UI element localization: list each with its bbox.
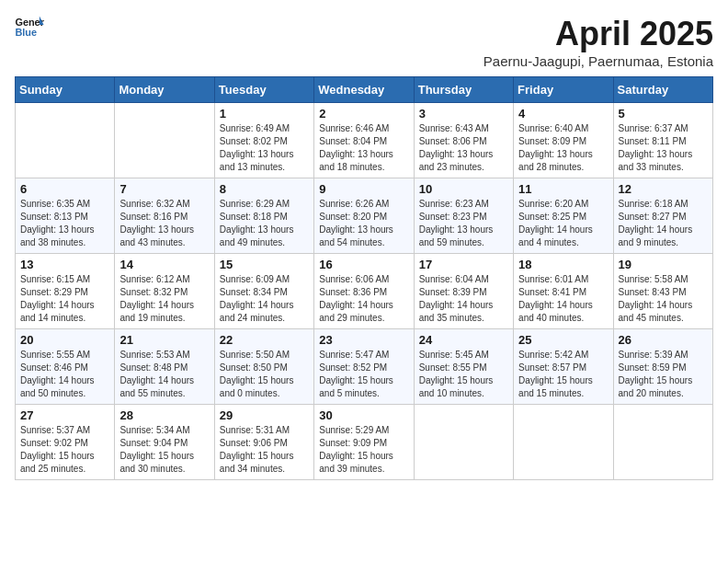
weekday-header: Wednesday bbox=[314, 77, 414, 103]
day-number: 30 bbox=[319, 408, 408, 422]
calendar-cell: 21Sunrise: 5:53 AMSunset: 8:48 PMDayligh… bbox=[115, 329, 214, 405]
calendar-cell: 16Sunrise: 6:06 AMSunset: 8:36 PMDayligh… bbox=[314, 254, 414, 329]
day-number: 12 bbox=[619, 182, 708, 196]
day-info: Sunrise: 6:29 AMSunset: 8:18 PMDaylight:… bbox=[220, 198, 309, 249]
calendar-cell: 14Sunrise: 6:12 AMSunset: 8:32 PMDayligh… bbox=[115, 254, 214, 329]
calendar-cell: 5Sunrise: 6:37 AMSunset: 8:11 PMDaylight… bbox=[613, 103, 712, 178]
calendar-cell bbox=[613, 405, 712, 480]
day-number: 9 bbox=[319, 182, 408, 196]
svg-text:Blue: Blue bbox=[15, 27, 37, 38]
day-number: 21 bbox=[119, 333, 209, 347]
calendar-cell: 26Sunrise: 5:39 AMSunset: 8:59 PMDayligh… bbox=[613, 329, 712, 405]
weekday-header: Monday bbox=[115, 77, 214, 103]
day-info: Sunrise: 6:12 AMSunset: 8:32 PMDaylight:… bbox=[119, 273, 209, 325]
day-info: Sunrise: 6:04 AMSunset: 8:39 PMDaylight:… bbox=[419, 273, 508, 325]
day-number: 3 bbox=[419, 107, 508, 121]
day-number: 11 bbox=[518, 182, 608, 196]
calendar-week-row: 6Sunrise: 6:35 AMSunset: 8:13 PMDaylight… bbox=[16, 178, 713, 254]
day-info: Sunrise: 6:49 AMSunset: 8:02 PMDaylight:… bbox=[220, 122, 309, 174]
day-number: 14 bbox=[119, 258, 209, 271]
calendar-week-row: 13Sunrise: 6:15 AMSunset: 8:29 PMDayligh… bbox=[16, 254, 713, 329]
day-number: 4 bbox=[518, 107, 608, 121]
day-number: 24 bbox=[419, 333, 508, 347]
day-info: Sunrise: 6:01 AMSunset: 8:41 PMDaylight:… bbox=[518, 273, 608, 325]
calendar-cell: 24Sunrise: 5:45 AMSunset: 8:55 PMDayligh… bbox=[414, 329, 513, 405]
logo: General Blue bbox=[15, 15, 44, 40]
calendar-cell bbox=[115, 103, 214, 178]
calendar-cell: 13Sunrise: 6:15 AMSunset: 8:29 PMDayligh… bbox=[16, 254, 115, 329]
calendar-cell: 17Sunrise: 6:04 AMSunset: 8:39 PMDayligh… bbox=[414, 254, 513, 329]
weekday-header-row: SundayMondayTuesdayWednesdayThursdayFrid… bbox=[16, 77, 713, 103]
day-number: 26 bbox=[619, 333, 708, 347]
calendar-cell: 22Sunrise: 5:50 AMSunset: 8:50 PMDayligh… bbox=[214, 329, 313, 405]
day-info: Sunrise: 5:53 AMSunset: 8:48 PMDaylight:… bbox=[119, 349, 209, 400]
day-info: Sunrise: 5:47 AMSunset: 8:52 PMDaylight:… bbox=[319, 349, 408, 400]
day-number: 23 bbox=[319, 333, 408, 347]
day-number: 18 bbox=[518, 258, 608, 271]
calendar-subtitle: Paernu-Jaagupi, Paernumaa, Estonia bbox=[483, 53, 713, 69]
day-info: Sunrise: 6:26 AMSunset: 8:20 PMDaylight:… bbox=[319, 198, 408, 249]
day-number: 20 bbox=[20, 333, 109, 347]
calendar-cell: 2Sunrise: 6:46 AMSunset: 8:04 PMDaylight… bbox=[314, 103, 414, 178]
day-number: 28 bbox=[119, 408, 209, 422]
day-number: 2 bbox=[319, 107, 408, 121]
calendar-cell: 10Sunrise: 6:23 AMSunset: 8:23 PMDayligh… bbox=[414, 178, 513, 254]
day-info: Sunrise: 6:18 AMSunset: 8:27 PMDaylight:… bbox=[619, 198, 708, 249]
day-info: Sunrise: 6:06 AMSunset: 8:36 PMDaylight:… bbox=[319, 273, 408, 325]
day-number: 10 bbox=[419, 182, 508, 196]
day-number: 5 bbox=[619, 107, 708, 121]
calendar-title: April 2025 bbox=[483, 15, 713, 53]
day-info: Sunrise: 6:35 AMSunset: 8:13 PMDaylight:… bbox=[20, 198, 109, 249]
calendar-week-row: 20Sunrise: 5:55 AMSunset: 8:46 PMDayligh… bbox=[16, 329, 713, 405]
day-number: 1 bbox=[220, 107, 309, 121]
logo-icon: General Blue bbox=[15, 15, 44, 40]
day-number: 13 bbox=[20, 258, 109, 271]
day-info: Sunrise: 6:20 AMSunset: 8:25 PMDaylight:… bbox=[518, 198, 608, 249]
weekday-header: Sunday bbox=[16, 77, 115, 103]
day-info: Sunrise: 6:15 AMSunset: 8:29 PMDaylight:… bbox=[20, 273, 109, 325]
day-number: 29 bbox=[220, 408, 309, 422]
weekday-header: Thursday bbox=[414, 77, 513, 103]
day-info: Sunrise: 5:39 AMSunset: 8:59 PMDaylight:… bbox=[619, 349, 708, 400]
day-number: 15 bbox=[220, 258, 309, 271]
day-number: 25 bbox=[518, 333, 608, 347]
day-number: 8 bbox=[220, 182, 309, 196]
calendar-cell: 19Sunrise: 5:58 AMSunset: 8:43 PMDayligh… bbox=[613, 254, 712, 329]
day-number: 19 bbox=[619, 258, 708, 271]
day-number: 22 bbox=[220, 333, 309, 347]
day-info: Sunrise: 5:42 AMSunset: 8:57 PMDaylight:… bbox=[518, 349, 608, 400]
weekday-header: Friday bbox=[514, 77, 613, 103]
calendar-cell: 28Sunrise: 5:34 AMSunset: 9:04 PMDayligh… bbox=[115, 405, 214, 480]
calendar-cell: 11Sunrise: 6:20 AMSunset: 8:25 PMDayligh… bbox=[514, 178, 613, 254]
day-number: 17 bbox=[419, 258, 508, 271]
day-info: Sunrise: 5:37 AMSunset: 9:02 PMDaylight:… bbox=[20, 424, 109, 476]
calendar-cell: 20Sunrise: 5:55 AMSunset: 8:46 PMDayligh… bbox=[16, 329, 115, 405]
day-info: Sunrise: 5:29 AMSunset: 9:09 PMDaylight:… bbox=[319, 424, 408, 476]
weekday-header: Saturday bbox=[613, 77, 712, 103]
calendar-cell: 23Sunrise: 5:47 AMSunset: 8:52 PMDayligh… bbox=[314, 329, 414, 405]
day-info: Sunrise: 6:46 AMSunset: 8:04 PMDaylight:… bbox=[319, 122, 408, 174]
calendar-cell: 27Sunrise: 5:37 AMSunset: 9:02 PMDayligh… bbox=[16, 405, 115, 480]
calendar-cell bbox=[414, 405, 513, 480]
day-info: Sunrise: 6:23 AMSunset: 8:23 PMDaylight:… bbox=[419, 198, 508, 249]
day-info: Sunrise: 5:31 AMSunset: 9:06 PMDaylight:… bbox=[220, 424, 309, 476]
day-info: Sunrise: 6:40 AMSunset: 8:09 PMDaylight:… bbox=[518, 122, 608, 174]
calendar-cell: 29Sunrise: 5:31 AMSunset: 9:06 PMDayligh… bbox=[214, 405, 313, 480]
page-header: General Blue April 2025 Paernu-Jaagupi, … bbox=[15, 15, 713, 69]
calendar-cell: 4Sunrise: 6:40 AMSunset: 8:09 PMDaylight… bbox=[514, 103, 613, 178]
title-block: April 2025 Paernu-Jaagupi, Paernumaa, Es… bbox=[483, 15, 713, 69]
calendar-week-row: 1Sunrise: 6:49 AMSunset: 8:02 PMDaylight… bbox=[16, 103, 713, 178]
calendar-cell: 8Sunrise: 6:29 AMSunset: 8:18 PMDaylight… bbox=[214, 178, 313, 254]
day-info: Sunrise: 5:45 AMSunset: 8:55 PMDaylight:… bbox=[419, 349, 508, 400]
calendar-cell bbox=[514, 405, 613, 480]
calendar-cell: 12Sunrise: 6:18 AMSunset: 8:27 PMDayligh… bbox=[613, 178, 712, 254]
calendar-cell bbox=[16, 103, 115, 178]
calendar-week-row: 27Sunrise: 5:37 AMSunset: 9:02 PMDayligh… bbox=[16, 405, 713, 480]
calendar-cell: 6Sunrise: 6:35 AMSunset: 8:13 PMDaylight… bbox=[16, 178, 115, 254]
calendar-cell: 7Sunrise: 6:32 AMSunset: 8:16 PMDaylight… bbox=[115, 178, 214, 254]
day-info: Sunrise: 5:55 AMSunset: 8:46 PMDaylight:… bbox=[20, 349, 109, 400]
calendar-cell: 1Sunrise: 6:49 AMSunset: 8:02 PMDaylight… bbox=[214, 103, 313, 178]
day-number: 27 bbox=[20, 408, 109, 422]
calendar-cell: 3Sunrise: 6:43 AMSunset: 8:06 PMDaylight… bbox=[414, 103, 513, 178]
day-info: Sunrise: 5:58 AMSunset: 8:43 PMDaylight:… bbox=[619, 273, 708, 325]
